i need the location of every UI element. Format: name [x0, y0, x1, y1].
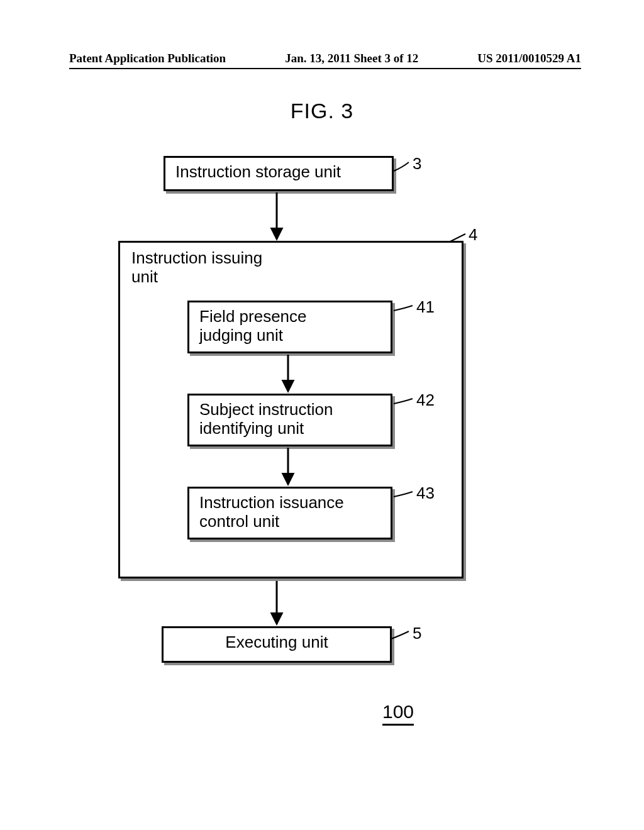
page: Patent Application Publication Jan. 13, …	[0, 0, 644, 830]
leader-42	[394, 399, 413, 404]
leader-41	[394, 306, 413, 311]
leader-43	[394, 492, 413, 497]
diagram-connectors	[0, 0, 644, 830]
leader-3	[394, 162, 409, 171]
leader-5	[391, 631, 409, 639]
leader-4	[450, 234, 465, 241]
